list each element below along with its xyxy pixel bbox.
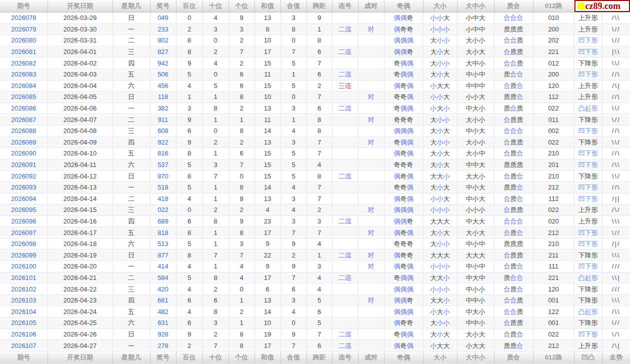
number-link[interactable]: 922 [158, 138, 168, 146]
period-link[interactable]: 2026080 [11, 36, 36, 44]
period-link[interactable]: 2026093 [11, 184, 36, 191]
trend-marks: \\| [612, 274, 620, 282]
table-row: 20260872026-04-07二9119111118对奇奇奇大小小大小小合质… [0, 114, 630, 126]
period-link[interactable]: 2026096 [11, 218, 36, 225]
char-dark: 奇 [400, 262, 407, 270]
char-dark: 质 [517, 296, 524, 304]
char-blue: 偶 [407, 274, 414, 282]
number-link[interactable]: 537 [158, 161, 168, 168]
char-blue: 偶 [400, 36, 407, 44]
trend-marks: \// [612, 229, 620, 236]
footer-header-date: 开奖日期 [48, 351, 112, 364]
cell-trend: \\\ [602, 250, 630, 261]
number-link[interactable]: 233 [158, 26, 168, 33]
number-link[interactable]: 118 [158, 93, 168, 100]
number-link[interactable]: 382 [158, 104, 168, 112]
char-blue: 合 [517, 82, 524, 90]
number-link[interactable]: 414 [158, 262, 168, 270]
period-link[interactable]: 2026087 [11, 116, 36, 124]
number-link[interactable]: 911 [158, 116, 168, 124]
cell-consecutive [332, 12, 358, 24]
char-dark: 大 [444, 93, 450, 100]
cell-prime-composite: 合质合 [494, 227, 533, 238]
number-link[interactable]: 818 [158, 229, 168, 236]
cell-number: 513 [150, 238, 176, 250]
period-link[interactable]: 2026100 [11, 262, 36, 270]
period-link[interactable]: 2026079 [11, 26, 36, 33]
cell-combined: 9 [280, 238, 306, 250]
number-link[interactable]: 049 [158, 14, 168, 22]
cell-sum: 6 [254, 284, 280, 295]
cell-prime-composite: 合质合 [494, 80, 533, 92]
period-link[interactable]: 2026107 [11, 342, 36, 350]
period-link[interactable]: 2026097 [11, 229, 36, 236]
shape-label: 下降形 [578, 252, 598, 259]
number-link[interactable]: 928 [158, 330, 168, 338]
site-logo[interactable]: cz89.com [574, 0, 630, 12]
number-link[interactable]: 689 [158, 218, 168, 225]
number-link[interactable]: 877 [158, 252, 168, 259]
number-link[interactable]: 870 [158, 172, 168, 180]
shape-label: 下降形 [578, 296, 598, 304]
cell-big-small: 大小大 [423, 227, 457, 238]
number-link[interactable]: 456 [158, 82, 168, 90]
period-link[interactable]: 2026089 [11, 138, 36, 146]
number-link[interactable]: 518 [158, 184, 168, 191]
period-link[interactable]: 2026086 [11, 104, 36, 112]
number-link[interactable]: 482 [158, 308, 168, 316]
period-link[interactable]: 2026092 [11, 172, 36, 180]
number-link[interactable]: 418 [158, 195, 168, 202]
period-link[interactable]: 2026098 [11, 240, 36, 248]
cell-road012: 201 [533, 159, 574, 170]
number-link[interactable]: 827 [158, 48, 168, 56]
cell-odd-even: 偶奇偶 [384, 193, 423, 204]
cell-sum: 17 [254, 227, 280, 238]
number-link[interactable]: 278 [158, 342, 168, 350]
cell-tens: 2 [202, 328, 228, 340]
number-link[interactable]: 631 [158, 319, 168, 326]
cell-date: 2026-04-11 [48, 159, 112, 170]
cell-pair [358, 284, 384, 295]
cell-pair [358, 58, 384, 69]
cell-consecutive: 二连 [332, 272, 358, 284]
period-link[interactable]: 2026094 [11, 195, 36, 202]
cell-consecutive [332, 284, 358, 295]
cell-weekday: 三 [112, 46, 150, 58]
period-link[interactable]: 2026102 [11, 286, 36, 293]
cell-span: 4 [306, 159, 332, 170]
number-link[interactable]: 022 [158, 206, 168, 214]
char-dark: 大 [430, 150, 437, 157]
period-link[interactable]: 2026103 [11, 296, 36, 304]
cell-hundreds: 4 [176, 306, 202, 318]
trend-marks: \// [612, 36, 620, 44]
period-link[interactable]: 2026078 [11, 14, 36, 22]
number-link[interactable]: 661 [158, 296, 168, 304]
period-link[interactable]: 2026099 [11, 252, 36, 259]
number-link[interactable]: 802 [158, 36, 168, 44]
number-link[interactable]: 608 [158, 127, 168, 134]
char-dark: 大 [444, 127, 450, 134]
number-link[interactable]: 816 [158, 150, 168, 157]
period-link[interactable]: 2026085 [11, 93, 36, 100]
char-dark: 奇 [407, 116, 414, 124]
period-link[interactable]: 2026082 [11, 60, 36, 67]
period-link[interactable]: 2026105 [11, 319, 36, 326]
period-link[interactable]: 2026084 [11, 82, 36, 90]
period-link[interactable]: 2026095 [11, 206, 36, 214]
period-link[interactable]: 2026106 [11, 330, 36, 338]
period-link[interactable]: 2026101 [11, 274, 36, 282]
period-link[interactable]: 2026083 [11, 70, 36, 78]
period-link[interactable]: 2026090 [11, 150, 36, 157]
cell-units: 8 [228, 182, 254, 193]
cell-hundreds: 8 [176, 35, 202, 46]
period-link[interactable]: 2026088 [11, 127, 36, 134]
number-link[interactable]: 506 [158, 70, 168, 78]
number-link[interactable]: 513 [158, 240, 168, 248]
char-blue: 偶 [400, 274, 407, 282]
period-link[interactable]: 2026081 [11, 48, 36, 56]
period-link[interactable]: 2026091 [11, 161, 36, 168]
period-link[interactable]: 2026104 [11, 308, 36, 316]
number-link[interactable]: 420 [158, 286, 168, 293]
number-link[interactable]: 584 [158, 274, 168, 282]
number-link[interactable]: 942 [158, 60, 168, 67]
